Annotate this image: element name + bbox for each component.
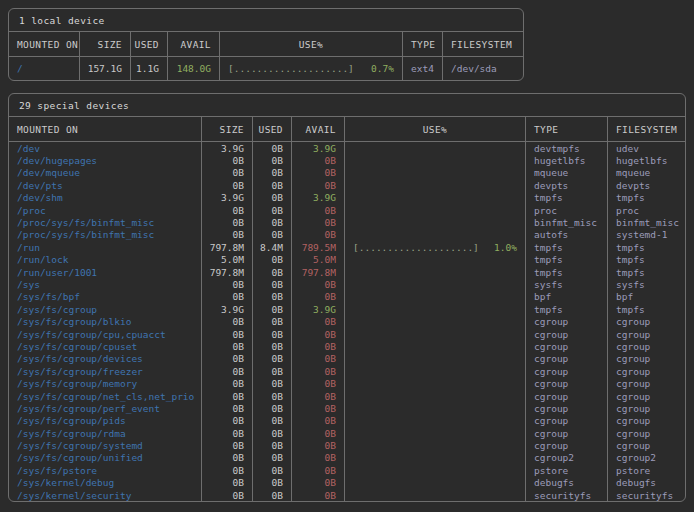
type-cell: tmpfs (526, 254, 608, 266)
used-cell: 0B (253, 291, 292, 303)
used-cell: 0B (253, 390, 292, 402)
used-cell: 0B (253, 353, 292, 365)
col-header-use-pct: USE% (220, 32, 403, 57)
size-cell: 0B (202, 415, 253, 427)
filesystem-cell: tmpfs (608, 254, 685, 266)
type-cell: cgroup (526, 353, 608, 365)
use-percent-cell: [....................] 0.7% (220, 57, 403, 80)
mount-point-cell: /sys/fs/cgroup/rdma (9, 427, 202, 439)
mount-point-cell: /proc (9, 204, 202, 216)
special-devices-title: 29 special devices (9, 94, 685, 117)
used-cell: 0B (253, 439, 292, 451)
type-cell: cgroup (526, 415, 608, 427)
col-header-filesystem: FILESYSTEM (608, 117, 685, 142)
size-cell: 0B (202, 390, 253, 402)
size-cell: 0B (202, 328, 253, 340)
avail-cell: 148.0G (168, 57, 220, 80)
filesystem-cell: tmpfs (608, 303, 685, 315)
mount-point-cell: /dev (9, 142, 202, 154)
avail-cell: 0B (292, 167, 345, 179)
avail-cell: 0B (292, 377, 345, 389)
mount-point-cell: /dev/mqueue (9, 167, 202, 179)
col-header-size: SIZE (202, 117, 253, 142)
type-cell: securityfs (526, 489, 608, 501)
mount-point-cell: /sys/fs/bpf (9, 291, 202, 303)
local-devices-grid: MOUNTED ON SIZE USED AVAIL USE% TYPE FIL… (9, 32, 523, 80)
used-cell: 0B (253, 179, 292, 191)
filesystem-cell: cgroup (608, 315, 685, 327)
type-cell: tmpfs (526, 303, 608, 315)
mount-point-cell: /proc/sys/fs/binfmt_misc (9, 216, 202, 228)
type-cell: hugetlbfs (526, 154, 608, 166)
use-percent-cell (345, 452, 526, 464)
mount-point-cell: /sys/fs/cgroup/cpu,cpuacct (9, 328, 202, 340)
filesystem-cell: tmpfs (608, 241, 685, 253)
local-devices-title: 1 local device (9, 9, 523, 32)
use-percent-cell (345, 254, 526, 266)
used-cell: 0B (253, 216, 292, 228)
mount-point-cell: /dev/shm (9, 192, 202, 204)
size-cell: 3.9G (202, 142, 253, 154)
used-cell: 0B (253, 154, 292, 166)
filesystem-cell: mqueue (608, 167, 685, 179)
type-cell: tmpfs (526, 266, 608, 278)
size-cell: 0B (202, 365, 253, 377)
used-cell: 1.1G (131, 57, 168, 80)
type-cell: bpf (526, 291, 608, 303)
size-cell: 797.8M (202, 266, 253, 278)
size-cell: 0B (202, 439, 253, 451)
size-cell: 0B (202, 216, 253, 228)
type-cell: cgroup (526, 402, 608, 414)
mount-point-cell: /sys/fs/cgroup/perf_event (9, 402, 202, 414)
avail-cell: 0B (292, 477, 345, 489)
use-percent-cell (345, 415, 526, 427)
mount-point-cell: /sys/fs/cgroup/cpuset (9, 340, 202, 352)
used-cell: 0B (253, 142, 292, 154)
use-percent-cell (345, 464, 526, 476)
use-percent-cell (345, 291, 526, 303)
mount-point-cell: /sys/fs/pstore (9, 464, 202, 476)
use-percent-cell (345, 340, 526, 352)
mount-point-cell: /run/user/1001 (9, 266, 202, 278)
avail-cell: 0B (292, 464, 345, 476)
special-devices-grid: MOUNTED ON SIZE USED AVAIL USE% TYPE FIL… (9, 117, 685, 501)
avail-cell: 0B (292, 427, 345, 439)
usage-bar: [....................] (353, 242, 479, 253)
mount-point-cell: /proc/sys/fs/binfmt_misc (9, 229, 202, 241)
size-cell: 0B (202, 315, 253, 327)
used-cell: 0B (253, 489, 292, 501)
used-cell: 0B (253, 340, 292, 352)
use-percent-cell (345, 303, 526, 315)
size-cell: 0B (202, 179, 253, 191)
filesystem-cell: /dev/sda (443, 57, 523, 80)
type-cell: cgroup (526, 315, 608, 327)
use-percent-cell (345, 167, 526, 179)
use-percent-cell (345, 477, 526, 489)
type-cell: devtmpfs (526, 142, 608, 154)
type-cell: cgroup (526, 377, 608, 389)
type-cell: cgroup (526, 390, 608, 402)
mount-point-cell: / (9, 57, 80, 80)
filesystem-cell: bpf (608, 291, 685, 303)
filesystem-cell: securityfs (608, 489, 685, 501)
filesystem-cell: cgroup (608, 439, 685, 451)
used-cell: 0B (253, 315, 292, 327)
col-header-mounted-on: MOUNTED ON (9, 117, 202, 142)
type-cell: cgroup (526, 365, 608, 377)
avail-cell: 0B (292, 154, 345, 166)
avail-cell: 0B (292, 291, 345, 303)
mount-point-cell: /sys/fs/cgroup/net_cls,net_prio (9, 390, 202, 402)
type-cell: tmpfs (526, 192, 608, 204)
size-cell: 0B (202, 489, 253, 501)
avail-cell: 0B (292, 315, 345, 327)
type-cell: cgroup (526, 340, 608, 352)
avail-cell: 0B (292, 328, 345, 340)
use-percent-cell (345, 142, 526, 154)
size-cell: 3.9G (202, 192, 253, 204)
usage-percent: 1.0% (494, 242, 517, 253)
type-cell: cgroup2 (526, 452, 608, 464)
filesystem-cell: cgroup (608, 340, 685, 352)
avail-cell: 0B (292, 390, 345, 402)
mount-point-cell: /sys/fs/cgroup/pids (9, 415, 202, 427)
filesystem-cell: cgroup (608, 427, 685, 439)
